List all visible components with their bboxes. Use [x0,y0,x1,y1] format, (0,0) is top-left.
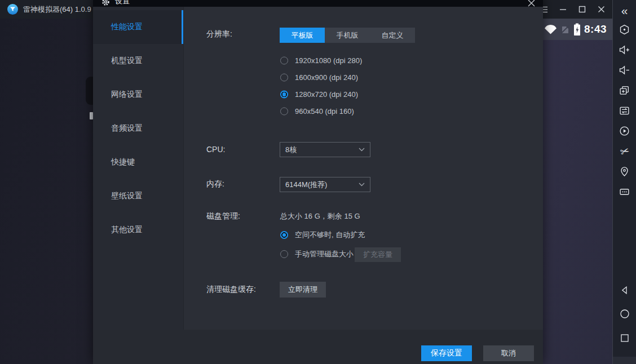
disk-option-auto-expand[interactable]: 空间不够时, 自动扩充 [280,230,365,240]
sync-transfer-icon[interactable] [617,103,633,118]
more-options-icon[interactable] [617,184,633,199]
minimize-button[interactable] [558,0,568,19]
multi-window-icon[interactable] [617,82,633,98]
memory-select[interactable]: 6144M(推荐) [280,177,370,192]
clean-cache-label: 清理磁盘缓存: [206,285,256,295]
radio-icon [280,73,288,81]
volume-up-icon[interactable] [617,42,633,57]
gear-icon [101,0,110,6]
radio-label: 手动管理磁盘大小 [295,249,354,259]
radio-label: 1600x900 (dpi 240) [295,73,358,82]
dialog-header: 设置 [93,0,543,7]
battery-icon [573,23,581,36]
sidebar-item-network[interactable]: 网络设置 [93,78,183,112]
sidebar-item-label: 音频设置 [111,123,143,134]
toolbar-footer [613,357,636,364]
maximize-button[interactable] [577,0,588,19]
radio-label: 1920x1080 (dpi 280) [295,56,362,65]
scissors-icon[interactable]: ✂ [617,143,633,159]
disk-label: 磁盘管理: [206,211,240,221]
disk-option-manual[interactable]: 手动管理磁盘大小 [280,249,354,259]
chevron-down-icon [359,148,365,152]
resolution-option-1600[interactable]: 1600x900 (dpi 240) [280,73,358,82]
sidebar-item-label: 壁纸设置 [111,191,143,201]
no-sim-icon [560,25,570,34]
chevrons-left-icon: « [621,5,628,16]
volume-down-icon[interactable] [617,62,633,78]
radio-checked-icon [280,231,288,239]
memory-label: 内存: [206,179,224,189]
sidebar-item-audio[interactable]: 音频设置 [93,112,183,145]
resolution-option-1280[interactable]: 1280x720 (dpi 240) [280,90,358,99]
radio-label: 960x540 (dpi 160) [295,107,354,116]
chevron-down-icon [359,183,365,187]
performance-settings-panel: 分辨率: 平板版 手机版 自定义 1920x1080 (dpi 280) 160… [183,7,543,330]
scissors-glyph: ✂ [619,145,630,158]
tab-tablet[interactable]: 平板版 [280,28,325,43]
tab-custom[interactable]: 自定义 [370,28,415,43]
close-button[interactable] [596,0,607,19]
android-home-button[interactable] [617,306,633,322]
sidebar-item-label: 其他设置 [111,225,143,235]
resolution-option-960[interactable]: 960x540 (dpi 160) [280,107,354,116]
cpu-label: CPU: [206,145,225,154]
collapse-toolbar-icon[interactable]: « [617,2,633,18]
disk-summary: 总大小 16 G，剩余 15 G [280,211,360,221]
resolution-tabs: 平板版 手机版 自定义 [280,28,415,43]
tab-phone[interactable]: 手机版 [325,28,370,43]
radio-checked-icon [280,90,288,98]
sidebar-item-other[interactable]: 其他设置 [93,213,183,247]
hexagon-dot-icon[interactable] [617,21,633,37]
cpu-select[interactable]: 8核 [280,142,370,157]
clock-text: 8:43 [584,23,607,35]
save-button[interactable]: 保存设置 [421,345,472,361]
memory-value: 6144M(推荐) [285,180,327,190]
dialog-title: 设置 [115,0,130,6]
sidebar-item-label: 机型设置 [111,56,143,66]
radio-icon [280,56,288,64]
play-icon[interactable] [617,123,633,139]
window-title: 雷神模拟器(64) 1.0.9 [23,5,91,15]
dialog-footer: 保存设置 取消 [93,330,543,364]
emulator-window: 雷神模拟器(64) 1.0.9 8:43 [0,0,636,364]
resolution-label: 分辨率: [206,29,232,39]
clean-cache-button[interactable]: 立即清理 [280,282,326,298]
sidebar-item-label: 网络设置 [111,90,143,100]
settings-dialog: 设置 性能设置 机型设置 网络设置 音频设置 快捷键 壁纸设置 其他设置 分辨率… [93,0,543,364]
sidebar-item-shortcuts[interactable]: 快捷键 [93,145,183,179]
sidebar-item-wallpaper[interactable]: 壁纸设置 [93,179,183,213]
radio-icon [280,107,288,115]
expand-capacity-button[interactable]: 扩充容量 [355,247,401,262]
location-icon[interactable] [617,163,633,179]
sidebar-item-label: 性能设置 [111,22,143,32]
android-back-button[interactable] [617,282,633,298]
settings-nav: 性能设置 机型设置 网络设置 音频设置 快捷键 壁纸设置 其他设置 [93,7,183,330]
sidebar-item-performance[interactable]: 性能设置 [93,10,183,44]
wifi-icon [544,25,557,34]
sidebar-item-label: 快捷键 [111,157,135,167]
cancel-button[interactable]: 取消 [483,345,534,361]
android-status-bar: 8:43 [543,19,612,40]
cpu-value: 8核 [285,145,297,155]
sidebar-item-device[interactable]: 机型设置 [93,44,183,78]
app-logo-icon [7,4,18,15]
android-recents-button[interactable] [617,330,633,346]
window-controls [538,0,607,19]
radio-label: 1280x720 (dpi 240) [295,90,358,99]
radio-label: 空间不够时, 自动扩充 [295,230,365,240]
emulator-toolbar: « ✂ [612,0,636,364]
radio-icon [280,250,288,258]
resolution-option-1920[interactable]: 1920x1080 (dpi 280) [280,56,362,65]
